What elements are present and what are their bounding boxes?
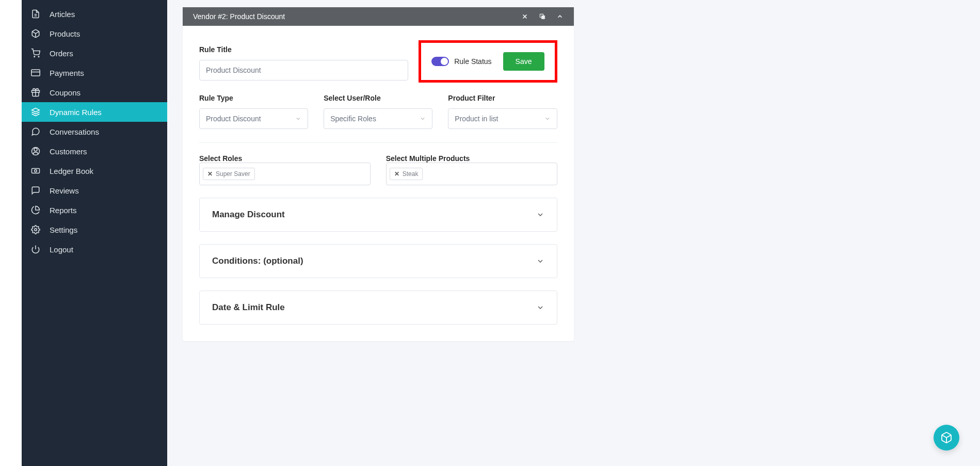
sidebar-item-dynamic-rules[interactable]: Dynamic Rules [22,102,167,122]
date-limit-section[interactable]: Date & Limit Rule [199,291,557,325]
rule-status-label: Rule Status [454,57,491,66]
svg-point-0 [34,56,35,57]
chevron-down-icon [544,116,551,122]
remove-tag-icon[interactable]: ✕ [207,170,213,178]
rule-type-label: Rule Type [199,94,308,102]
rule-status-toggle-wrap: Rule Status [431,57,491,66]
sidebar-item-label: Dynamic Rules [50,108,102,117]
panel-body: Rule Title Rule Status Save Rule Type [183,26,574,341]
chevron-down-icon [295,116,301,122]
panel-title: Vendor #2: Product Discount [193,12,285,21]
product-filter-value: Product in list [455,115,498,123]
sidebar-item-settings[interactable]: Settings [22,220,167,239]
rule-status-toggle[interactable] [431,57,449,66]
role-tag-label: Super Saver [216,170,250,178]
select-products-label: Select Multiple Products [386,154,470,163]
section-title: Date & Limit Rule [212,302,285,313]
svg-point-7 [35,170,37,172]
sidebar-item-customers[interactable]: Customers [22,141,167,161]
power-icon [31,245,40,254]
sidebar-item-products[interactable]: Products [22,24,167,43]
pie-chart-icon [31,205,40,215]
user-icon [31,147,40,156]
chevron-down-icon [420,116,426,122]
sidebar-item-label: Payments [50,69,84,77]
svg-rect-2 [31,70,40,76]
main-content: Vendor #2: Product Discount Rule Title R [167,0,589,466]
section-title: Conditions: (optional) [212,256,303,266]
select-roles-tagbox[interactable]: ✕ Super Saver [199,163,371,185]
sidebar-item-label: Reviews [50,186,79,195]
chevron-up-icon[interactable] [556,13,564,20]
file-icon [31,9,40,19]
conditions-section[interactable]: Conditions: (optional) [199,244,557,278]
sidebar-item-conversations[interactable]: Conversations [22,122,167,141]
chevron-down-icon [536,257,544,265]
user-role-select[interactable]: Specific Roles [324,108,432,129]
sidebar-item-coupons[interactable]: Coupons [22,83,167,102]
highlight-box: Rule Status Save [419,40,557,83]
select-roles-label: Select Roles [199,154,242,163]
sidebar: Articles Products Orders Payments Coupon… [22,0,167,466]
chevron-down-icon [536,303,544,312]
sidebar-item-label: Products [50,29,80,38]
sidebar-item-ledger-book[interactable]: Ledger Book [22,161,167,181]
box-icon [31,29,40,38]
user-role-label: Select User/Role [324,94,432,102]
role-tag: ✕ Super Saver [203,168,255,180]
sidebar-item-payments[interactable]: Payments [22,63,167,83]
sidebar-item-label: Ledger Book [50,167,93,175]
panel-header: Vendor #2: Product Discount [183,7,574,26]
product-filter-select[interactable]: Product in list [448,108,557,129]
chevron-down-icon [536,211,544,219]
sidebar-item-label: Customers [50,147,87,156]
select-products-tagbox[interactable]: ✕ Steak [386,163,557,185]
sidebar-item-reviews[interactable]: Reviews [22,181,167,200]
save-button[interactable]: Save [503,52,544,71]
sidebar-item-label: Conversations [50,127,99,136]
rule-title-label: Rule Title [199,45,408,54]
cart-icon [31,49,40,58]
sidebar-item-label: Coupons [50,88,81,97]
manage-discount-section[interactable]: Manage Discount [199,198,557,232]
rule-type-select[interactable]: Product Discount [199,108,308,129]
gear-icon [31,225,40,234]
product-tag-label: Steak [403,170,419,178]
sidebar-item-label: Orders [50,49,73,58]
sidebar-item-articles[interactable]: Articles [22,4,167,24]
divider [199,142,557,143]
sidebar-item-label: Reports [50,206,77,215]
floating-action-button[interactable] [934,425,959,451]
user-role-value: Specific Roles [330,115,376,123]
remove-tag-icon[interactable]: ✕ [394,170,399,178]
product-tag: ✕ Steak [390,168,423,180]
gift-icon [31,88,40,97]
comment-icon [31,186,40,195]
svg-point-1 [38,56,39,57]
svg-point-4 [34,148,37,151]
product-filter-label: Product Filter [448,94,557,102]
sidebar-item-reports[interactable]: Reports [22,200,167,220]
sidebar-item-label: Articles [50,10,75,19]
sidebar-item-label: Logout [50,245,73,254]
sidebar-item-orders[interactable]: Orders [22,43,167,63]
sidebar-item-label: Settings [50,226,77,234]
close-icon[interactable] [521,13,528,20]
layers-icon [31,107,40,117]
copy-icon[interactable] [539,13,546,20]
rule-title-input[interactable] [199,60,408,81]
chat-icon [31,127,40,136]
rule-panel: Vendor #2: Product Discount Rule Title R [183,7,574,341]
svg-point-8 [35,229,37,231]
money-icon [31,166,40,175]
rule-type-value: Product Discount [206,115,261,123]
panel-header-actions [521,13,564,20]
svg-rect-6 [32,169,40,173]
section-title: Manage Discount [212,210,285,220]
credit-card-icon [31,68,40,77]
sidebar-item-logout[interactable]: Logout [22,239,167,259]
box-icon [940,431,953,444]
